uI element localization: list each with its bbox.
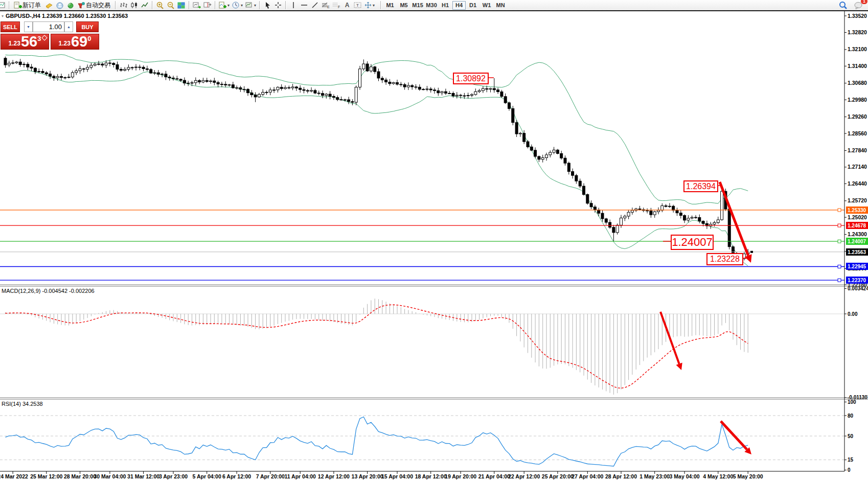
indicators-icon	[219, 2, 227, 9]
timeframe-w1-button[interactable]: W1	[480, 1, 493, 10]
new-chart-icon	[0, 2, 6, 9]
dropdown-arrow-icon: ▾	[227, 3, 230, 8]
annotation-price-label[interactable]: 1.23228	[706, 253, 743, 265]
price-line-badge: 1.24678	[846, 222, 868, 229]
toolbar-separator	[115, 1, 116, 9]
buy-price-small: 1.23	[59, 40, 71, 47]
horizontal-line-icon	[301, 2, 308, 9]
bar-chart-type-button[interactable]	[118, 1, 128, 10]
timeframe-h4-button[interactable]: H4	[452, 1, 466, 10]
svg-text:F: F	[338, 5, 340, 9]
cursor-tool-button[interactable]	[262, 1, 272, 10]
svg-text:E: E	[327, 5, 330, 9]
horizontal-line-tool-button[interactable]	[299, 1, 309, 10]
line-chart-icon	[141, 2, 149, 9]
vertical-line-icon	[290, 2, 296, 9]
timeframe-m30-button[interactable]: M30	[425, 1, 438, 10]
rsi-indicator-label: RSI(14) 34.2538	[2, 401, 43, 407]
toolbar-separator	[285, 1, 286, 9]
periods-button[interactable]: ▾	[231, 1, 244, 10]
toolbar-grip[interactable]	[9, 2, 11, 9]
buy-price-sup: 0	[87, 35, 91, 42]
label-tool-button[interactable]: T	[353, 1, 363, 10]
new-order-button[interactable]: 新订单	[13, 1, 43, 10]
main-toolbar: 新订单 自动交易	[0, 0, 868, 11]
search-button[interactable]	[838, 1, 849, 10]
timeframe-h1-button[interactable]: H1	[439, 1, 452, 10]
symbol-ohlc-readout: ▾ GBPUSD-,H4 1.23639 1.23660 1.23530 1.2…	[2, 13, 128, 19]
one-click-toggle-icon[interactable]: ▾	[2, 14, 4, 18]
price-line-badge: 1.24007	[846, 238, 868, 245]
mt4-window: 新订单 自动交易	[0, 0, 868, 481]
annotation-price-label[interactable]: 1.24007	[671, 235, 714, 250]
timeframe-m5-button[interactable]: M5	[397, 1, 410, 10]
chart-shift-button[interactable]	[202, 1, 213, 10]
trendline-icon	[311, 2, 318, 9]
volume-input[interactable]	[33, 21, 64, 32]
sell-price-small: 1.23	[9, 40, 20, 47]
annotation-price-label[interactable]: 1.26394	[683, 180, 718, 192]
candlestick-type-button[interactable]	[129, 1, 139, 10]
macd-pane[interactable]	[0, 286, 844, 398]
market-icon	[56, 2, 64, 9]
fibo-tool-button[interactable]: E	[321, 1, 331, 10]
sell-price-big: 56	[21, 35, 37, 49]
trendline-tool-button[interactable]	[310, 1, 320, 10]
zoom-out-icon	[167, 2, 175, 9]
metaeditor-button[interactable]	[44, 1, 54, 10]
timeframe-mn-button[interactable]: MN	[494, 1, 507, 10]
text-label-icon: T	[354, 2, 362, 9]
autotrading-button[interactable]: 自动交易	[76, 1, 113, 10]
cursor-icon	[264, 2, 271, 9]
symbol-ohlc-text: GBPUSD-,H4 1.23639 1.23660 1.23530 1.235…	[6, 13, 128, 19]
fibo-expansion-tool-button[interactable]: F	[331, 1, 341, 10]
signals-button[interactable]	[65, 1, 76, 10]
current-price-badge: 1.23563	[846, 248, 868, 256]
macd-indicator-label: MACD(12,26,9) -0.004542 -0.002206	[2, 288, 95, 294]
auto-scroll-button[interactable]	[192, 1, 202, 10]
timeframe-m1-button[interactable]: M1	[383, 1, 397, 10]
fibo-retracement-icon: E	[322, 2, 330, 9]
market-button[interactable]	[55, 1, 65, 10]
annotation-price-label[interactable]: 1.30892	[453, 73, 489, 84]
crosshair-icon	[275, 2, 282, 9]
notifications-button[interactable]: 1	[853, 1, 864, 10]
bar-chart-icon	[120, 2, 127, 9]
timeframe-d1-button[interactable]: D1	[466, 1, 479, 10]
line-chart-type-button[interactable]	[140, 1, 150, 10]
rsi-pane[interactable]	[0, 399, 844, 471]
buy-button[interactable]: BUY	[76, 21, 99, 32]
svg-text:T: T	[356, 3, 359, 8]
zoom-in-button[interactable]	[155, 1, 165, 10]
sell-price-panel[interactable]: 1.23 56 3	[1, 34, 49, 50]
time-axis[interactable]	[0, 471, 844, 481]
toolbar-separator	[380, 1, 381, 9]
crosshair-tool-button[interactable]	[273, 1, 283, 10]
arrows-tool-button[interactable]: ▾	[363, 1, 376, 10]
price-line-badge: 1.22370	[846, 277, 868, 284]
tile-windows-button[interactable]	[176, 1, 187, 10]
price-chart-pane[interactable]	[0, 11, 844, 285]
volume-decrease-button[interactable]: ▼	[24, 21, 33, 32]
volume-increase-button[interactable]: ▲	[64, 21, 73, 32]
vertical-line-tool-button[interactable]	[288, 1, 299, 10]
arrows-icon	[364, 2, 372, 9]
toolbar-separator	[215, 1, 216, 9]
zoom-out-button[interactable]	[166, 1, 176, 10]
autotrading-icon	[77, 2, 85, 9]
timeframe-m15-button[interactable]: M15	[411, 1, 424, 10]
auto-scroll-icon	[193, 2, 201, 9]
dropdown-arrow-icon: ▾	[241, 3, 243, 8]
new-order-label: 新订单	[22, 1, 41, 10]
indicators-button[interactable]: ▾	[218, 1, 231, 10]
candlestick-icon	[130, 2, 138, 9]
tile-windows-icon	[177, 2, 186, 9]
text-tool-button[interactable]: A	[342, 1, 352, 10]
toolbar-separator	[259, 1, 260, 9]
clipped-left-icon[interactable]	[0, 1, 7, 10]
zoom-in-icon	[156, 2, 164, 9]
sell-button[interactable]: SELL	[1, 21, 20, 32]
price-line-badge: 1.25330	[846, 207, 868, 214]
buy-price-panel[interactable]: 1.23 69 0	[51, 34, 99, 50]
templates-button[interactable]: ▾	[244, 1, 257, 10]
